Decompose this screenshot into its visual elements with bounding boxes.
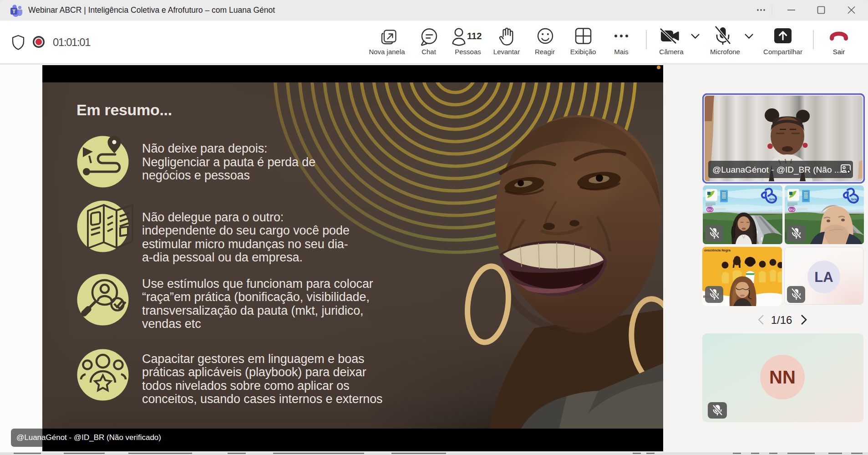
svg-text:estimular micro mudanças no se: estimular micro mudanças no seu dia- <box>142 237 348 251</box>
svg-text:Use estímulos que funcionam pa: Use estímulos que funcionam para colocar <box>142 277 373 291</box>
svg-text:transversalização da pauta (mk: transversalização da pauta (mkt, juridic… <box>142 304 364 317</box>
svg-text:Não delegue para o outro:: Não delegue para o outro: <box>142 210 284 224</box>
svg-text:@LuanaGénot - @ID_BR (Não ...: @LuanaGénot - @ID_BR (Não ... <box>712 165 842 175</box>
svg-text:onsciência Negra: onsciência Negra <box>704 249 731 252</box>
svg-text:NN: NN <box>769 367 796 387</box>
svg-text:todos nivelados sobre como apl: todos nivelados sobre como aplicar os <box>142 379 350 393</box>
svg-text:negócios e pessoas: negócios e pessoas <box>142 169 250 182</box>
svg-text:Em resumo...: Em resumo... <box>76 101 172 118</box>
svg-text:Negligenciar a pauta é perda d: Negligenciar a pauta é perda de <box>142 155 315 169</box>
svg-text:Capacitar gestores em linguage: Capacitar gestores em linguagem e boas <box>142 352 364 366</box>
svg-text:T: T <box>12 9 15 14</box>
svg-text:a-dia pessoal ou da empresa.: a-dia pessoal ou da empresa. <box>142 251 303 264</box>
svg-text:conceitos, usando cases intern: conceitos, usando cases internos e exter… <box>142 392 383 406</box>
svg-text:LA: LA <box>814 269 833 285</box>
svg-text:112: 112 <box>467 31 482 41</box>
svg-text:Não deixe para depois:: Não deixe para depois: <box>142 142 268 155</box>
svg-text:vendas etc: vendas etc <box>142 317 201 331</box>
svg-text:práticas aplicáveis (playbook): práticas aplicáveis (playbook) para deix… <box>142 365 366 379</box>
svg-text:independente do seu cargo você: independente do seu cargo você pode <box>142 224 350 237</box>
svg-text:1/16: 1/16 <box>771 314 792 326</box>
svg-text:“raça”em prática (bonificação,: “raça”em prática (bonificação, visibilid… <box>142 290 370 304</box>
svg-text:01:01:01: 01:01:01 <box>53 36 91 48</box>
